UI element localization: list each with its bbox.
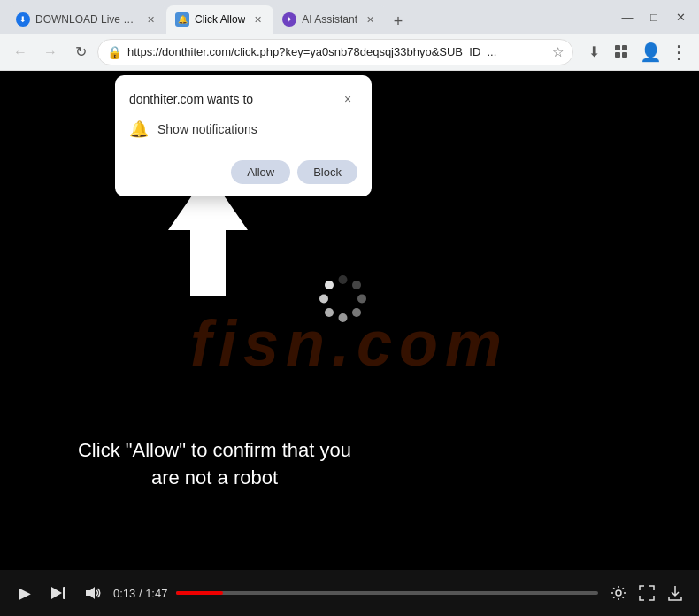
svg-point-11 (319, 295, 328, 304)
tab-close-click[interactable]: ✕ (250, 12, 265, 27)
progress-bar[interactable] (176, 591, 598, 595)
svg-marker-15 (86, 587, 95, 599)
address-bar: ← → ↻ 🔒 https://donthiter.com/click.php?… (0, 34, 699, 71)
minimize-button[interactable]: — (616, 5, 639, 28)
tab-favicon-download: ⬇ (16, 12, 30, 27)
tab-title-download: DOWNLOAD Live Yo... (35, 13, 138, 26)
reload-button[interactable]: ↻ (67, 39, 94, 65)
svg-rect-14 (63, 587, 65, 599)
tab-favicon-ai: ✦ (282, 12, 296, 27)
svg-rect-3 (622, 52, 627, 58)
time-display: 0:13 / 1:47 (113, 587, 167, 600)
overlay-text: Click "Allow" to confirm that you are no… (66, 437, 363, 492)
tab-title-ai: AI Assistant (302, 13, 357, 26)
url-bar[interactable]: 🔒 https://donthiter.com/click.php?key=ya… (97, 39, 573, 65)
download-icon[interactable]: ⬇ (580, 39, 607, 65)
new-tab-button[interactable]: + (386, 9, 411, 34)
notif-close-button[interactable]: × (338, 89, 357, 109)
fullscreen-button[interactable] (635, 581, 658, 604)
maximize-button[interactable]: □ (642, 5, 665, 28)
video-area: fisn.com Click "Allow" to confirm that y… (0, 71, 699, 616)
tab-title-click: Click Allow (195, 13, 245, 26)
notif-permission-row: 🔔 Show notifications (129, 119, 357, 148)
skip-next-icon (50, 584, 67, 602)
profile-icon[interactable]: 👤 (637, 39, 664, 65)
svg-point-8 (352, 308, 361, 317)
progress-fill (176, 591, 222, 595)
notif-buttons: Allow Block (129, 160, 357, 184)
volume-icon (83, 584, 101, 602)
fullscreen-icon (639, 585, 655, 601)
svg-point-6 (352, 281, 361, 289)
extensions-icon[interactable] (609, 39, 635, 65)
svg-rect-0 (615, 45, 620, 50)
svg-point-12 (325, 281, 334, 289)
tab-download[interactable]: ⬇ DOWNLOAD Live Yo... ✕ (7, 5, 166, 34)
download-video-button[interactable] (664, 581, 687, 604)
close-window-button[interactable]: ✕ (669, 5, 692, 28)
notif-header: donthiter.com wants to × (129, 89, 357, 109)
window-controls: — □ ✕ (616, 5, 692, 28)
forward-button[interactable]: → (37, 39, 64, 65)
browser-frame: ⬇ DOWNLOAD Live Yo... ✕ 🔔 Click Allow ✕ … (0, 0, 699, 616)
volume-button[interactable] (80, 581, 104, 605)
tab-favicon-click: 🔔 (175, 12, 189, 27)
notif-title: donthiter.com wants to (129, 92, 253, 106)
tab-click-allow[interactable]: 🔔 Click Allow ✕ (166, 5, 273, 34)
tab-close-ai[interactable]: ✕ (363, 12, 377, 27)
lock-icon: 🔒 (107, 45, 122, 59)
tab-ai[interactable]: ✦ AI Assistant ✕ (273, 5, 386, 34)
url-text: https://donthiter.com/click.php?key=ya0s… (127, 45, 547, 58)
bell-icon: 🔔 (129, 119, 149, 139)
bookmark-icon[interactable]: ☆ (552, 44, 564, 60)
play-button[interactable]: ▶ (12, 581, 37, 605)
settings-icon (611, 585, 626, 601)
ctrl-right (607, 581, 687, 604)
tab-strip: ⬇ DOWNLOAD Live Yo... ✕ 🔔 Click Allow ✕ … (7, 0, 605, 34)
loading-spinner (319, 274, 367, 327)
block-button[interactable]: Block (297, 160, 357, 184)
svg-point-5 (339, 275, 348, 284)
toolbar-icons: ⬇ 👤 ⋮ (580, 39, 692, 65)
svg-rect-1 (622, 45, 627, 50)
notification-popup: donthiter.com wants to × 🔔 Show notifica… (115, 75, 372, 196)
tab-close-download[interactable]: ✕ (143, 12, 157, 27)
next-button[interactable] (46, 581, 71, 605)
video-controls: ▶ 0:13 / 1:47 (0, 570, 699, 616)
title-bar: ⬇ DOWNLOAD Live Yo... ✕ 🔔 Click Allow ✕ … (0, 0, 699, 34)
svg-rect-2 (615, 52, 620, 58)
menu-button[interactable]: ⋮ (665, 39, 692, 65)
allow-button[interactable]: Allow (231, 160, 290, 184)
svg-point-10 (325, 308, 334, 317)
svg-point-16 (616, 590, 621, 596)
svg-point-9 (339, 313, 348, 322)
svg-marker-13 (51, 587, 62, 599)
download-icon (667, 585, 683, 601)
settings-button[interactable] (607, 581, 630, 604)
permission-label: Show notifications (157, 122, 257, 136)
back-button[interactable]: ← (7, 39, 34, 65)
svg-point-7 (357, 295, 366, 304)
